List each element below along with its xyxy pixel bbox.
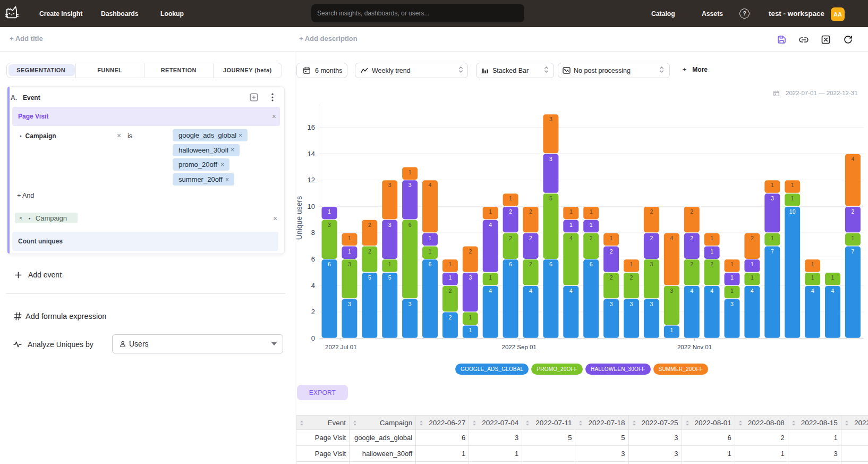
svg-text:1: 1 [751, 274, 754, 281]
svg-text:6: 6 [409, 222, 412, 228]
svg-text:1: 1 [751, 261, 754, 267]
svg-text:2: 2 [630, 274, 633, 281]
svg-text:1: 1 [831, 274, 835, 281]
svg-text:3: 3 [650, 261, 653, 267]
svg-text:1: 1 [771, 182, 774, 188]
svg-text:5: 5 [368, 274, 371, 281]
svg-text:1: 1 [489, 208, 492, 215]
svg-text:6: 6 [328, 261, 331, 267]
svg-text:6: 6 [509, 261, 512, 267]
svg-text:1: 1 [610, 235, 613, 241]
svg-text:2: 2 [610, 274, 613, 281]
svg-text:12: 12 [308, 176, 315, 184]
svg-text:4: 4 [670, 235, 673, 241]
svg-text:7: 7 [851, 248, 854, 255]
svg-text:6: 6 [429, 261, 432, 267]
svg-text:1: 1 [469, 314, 472, 320]
svg-text:5: 5 [549, 195, 552, 201]
svg-text:3: 3 [549, 156, 552, 162]
svg-text:4: 4 [710, 288, 713, 294]
svg-text:6: 6 [549, 261, 552, 267]
svg-text:2: 2 [851, 208, 854, 215]
svg-text:3: 3 [610, 301, 613, 307]
svg-text:4: 4 [489, 222, 492, 228]
svg-text:1: 1 [710, 248, 713, 255]
svg-text:1: 1 [409, 169, 412, 175]
svg-text:4: 4 [569, 235, 573, 241]
svg-text:3: 3 [650, 301, 653, 307]
svg-text:1: 1 [448, 261, 452, 267]
svg-text:1: 1 [771, 235, 774, 241]
svg-text:14: 14 [308, 150, 315, 158]
svg-text:2: 2 [469, 248, 472, 255]
svg-text:1: 1 [469, 327, 472, 333]
svg-text:6: 6 [311, 255, 315, 263]
svg-text:1: 1 [569, 222, 573, 228]
svg-text:2: 2 [311, 308, 315, 316]
svg-text:1: 1 [509, 195, 512, 201]
svg-text:4: 4 [529, 288, 532, 294]
svg-text:2: 2 [690, 261, 693, 267]
svg-text:3: 3 [388, 222, 392, 228]
svg-text:3: 3 [771, 195, 774, 201]
svg-text:1: 1 [791, 195, 794, 201]
svg-text:4: 4 [690, 288, 693, 294]
svg-text:2: 2 [529, 208, 532, 215]
svg-text:2: 2 [690, 235, 693, 241]
svg-text:Unique users: Unique users [295, 196, 303, 240]
svg-text:4: 4 [831, 288, 835, 294]
svg-text:1: 1 [489, 274, 492, 281]
svg-text:1: 1 [429, 248, 432, 255]
svg-text:3: 3 [348, 261, 351, 267]
svg-text:3: 3 [348, 301, 351, 307]
svg-text:4: 4 [311, 282, 315, 290]
svg-text:1: 1 [811, 261, 814, 267]
svg-text:4: 4 [429, 182, 432, 188]
svg-text:4: 4 [851, 156, 854, 162]
svg-text:1: 1 [851, 235, 854, 241]
svg-text:6: 6 [590, 261, 593, 267]
svg-text:1: 1 [328, 208, 331, 215]
svg-text:2022 Nov 01: 2022 Nov 01 [677, 344, 712, 350]
svg-text:1: 1 [590, 208, 593, 215]
svg-text:1: 1 [730, 274, 734, 281]
svg-text:4: 4 [751, 288, 754, 294]
svg-text:3: 3 [730, 301, 734, 307]
svg-text:1: 1 [730, 288, 734, 294]
svg-text:2: 2 [751, 235, 754, 241]
svg-text:2: 2 [509, 235, 512, 241]
svg-text:1: 1 [811, 274, 814, 281]
svg-text:1: 1 [630, 261, 633, 267]
svg-text:10: 10 [789, 208, 796, 215]
svg-text:2: 2 [590, 235, 593, 241]
svg-text:2: 2 [509, 208, 512, 215]
svg-text:1: 1 [590, 222, 593, 228]
svg-text:2: 2 [529, 235, 532, 241]
svg-text:4: 4 [569, 288, 573, 294]
svg-text:3: 3 [409, 182, 412, 188]
svg-text:7: 7 [771, 248, 774, 255]
svg-text:3: 3 [388, 182, 392, 188]
svg-text:2: 2 [650, 235, 653, 241]
svg-text:1: 1 [348, 235, 351, 241]
svg-text:3: 3 [549, 116, 552, 122]
svg-text:1: 1 [710, 235, 713, 241]
svg-text:4: 4 [489, 288, 492, 294]
svg-text:2: 2 [448, 314, 452, 320]
svg-text:2: 2 [529, 261, 532, 267]
svg-text:2: 2 [610, 248, 613, 255]
svg-text:1: 1 [670, 327, 673, 333]
svg-text:1: 1 [791, 182, 794, 188]
svg-text:0: 0 [311, 334, 315, 342]
svg-text:2022 Sep 01: 2022 Sep 01 [502, 344, 537, 350]
svg-text:1: 1 [448, 274, 452, 281]
svg-text:16: 16 [308, 123, 315, 131]
svg-text:2: 2 [710, 261, 713, 267]
svg-text:1: 1 [388, 261, 392, 267]
svg-text:4: 4 [811, 288, 814, 294]
svg-text:1: 1 [429, 235, 432, 241]
svg-text:1: 1 [348, 248, 351, 255]
svg-text:2: 2 [368, 222, 371, 228]
svg-text:3: 3 [409, 301, 412, 307]
svg-text:2: 2 [448, 288, 452, 294]
